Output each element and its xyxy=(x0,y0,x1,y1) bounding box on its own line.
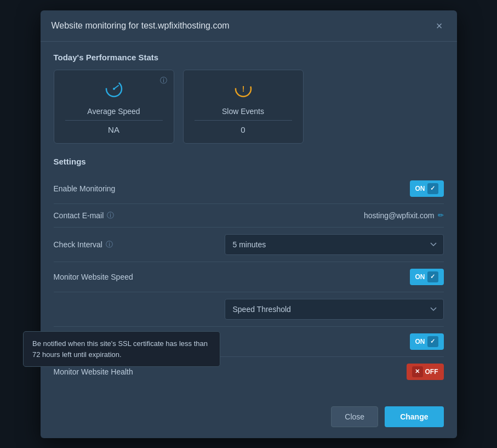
monitor-speed-toggle[interactable]: ON ✓ xyxy=(410,269,444,285)
slow-events-card: ! Slow Events 0 xyxy=(183,70,304,144)
modal-dialog: Website monitoring for test.wpfixithosti… xyxy=(41,10,457,438)
modal-title: Website monitoring for test.wpfixithosti… xyxy=(52,21,230,31)
svg-text:!: ! xyxy=(242,84,244,93)
monitor-health-control: ✕ OFF xyxy=(407,364,444,380)
slow-events-icon: ! xyxy=(195,79,292,103)
monitor-speed-row: Monitor Website Speed ON ✓ xyxy=(54,262,444,292)
modal-footer: Close Change xyxy=(41,398,457,438)
toggle-on-label: ON xyxy=(415,338,425,345)
stats-row: ⓘ Average Speed NA ! xyxy=(54,70,444,144)
check-ssl-control: ON ✓ xyxy=(410,333,444,350)
monitor-health-label: Monitor Website Health xyxy=(54,367,133,376)
check-interval-dropdown[interactable]: 1 minute 5 minutes 10 minutes 15 minutes… xyxy=(225,234,444,255)
contact-email-info-icon[interactable]: ⓘ xyxy=(107,211,114,220)
enable-monitoring-toggle[interactable]: ON ✓ xyxy=(410,180,444,197)
contact-email-row: Contact E-mail ⓘ hosting@wpfixit.com ✏ xyxy=(54,204,444,228)
ssl-tooltip: Be notified when this site's SSL certifi… xyxy=(23,331,220,367)
modal-header: Website monitoring for test.wpfixithosti… xyxy=(41,10,457,42)
monitor-speed-label: Monitor Website Speed xyxy=(54,273,133,281)
check-ssl-toggle[interactable]: ON ✓ xyxy=(410,333,444,350)
contact-email-label: Contact E-mail ⓘ xyxy=(54,211,115,220)
toggle-check-icon: ✓ xyxy=(427,183,438,194)
performance-section-title: Today's Performance Stats xyxy=(54,53,444,62)
speed-threshold-control: Speed Threshold 1 second 2 seconds 3 sec… xyxy=(225,299,444,320)
svg-point-2 xyxy=(113,88,115,90)
check-interval-control: 1 minute 5 minutes 10 minutes 15 minutes… xyxy=(225,234,444,255)
average-speed-value: NA xyxy=(65,125,163,134)
check-interval-row: Check Interval ⓘ 1 minute 5 minutes 10 m… xyxy=(54,228,444,262)
enable-monitoring-label: Enable Monitoring xyxy=(54,184,116,193)
toggle-check-icon: ✓ xyxy=(427,336,438,347)
info-icon[interactable]: ⓘ xyxy=(160,76,167,86)
enable-monitoring-row: Enable Monitoring ON ✓ xyxy=(54,174,444,204)
ssl-tooltip-text: Be notified when this site's SSL certifi… xyxy=(32,339,208,359)
email-edit-icon[interactable]: ✏ xyxy=(438,211,444,219)
close-button[interactable]: Close xyxy=(331,406,378,427)
speed-threshold-dropdown[interactable]: Speed Threshold 1 second 2 seconds 3 sec… xyxy=(225,299,444,320)
average-speed-card: ⓘ Average Speed NA xyxy=(54,70,174,144)
check-interval-info-icon[interactable]: ⓘ xyxy=(106,240,113,249)
settings-section-title: Settings xyxy=(54,157,444,166)
toggle-check-icon: ✓ xyxy=(427,271,438,282)
slow-events-value: 0 xyxy=(195,125,292,134)
monitor-health-toggle[interactable]: ✕ OFF xyxy=(407,364,444,380)
check-interval-label: Check Interval ⓘ xyxy=(54,240,113,249)
toggle-on-label: ON xyxy=(415,185,425,192)
enable-monitoring-control: ON ✓ xyxy=(410,180,444,197)
speed-threshold-row: Speed Threshold 1 second 2 seconds 3 sec… xyxy=(54,292,444,327)
contact-email-value: hosting@wpfixit.com ✏ xyxy=(364,211,444,220)
slow-events-label: Slow Events xyxy=(195,107,292,121)
modal-close-button[interactable]: × xyxy=(433,19,446,32)
average-speed-label: Average Speed xyxy=(65,107,163,121)
toggle-off-label: OFF xyxy=(425,368,438,376)
monitor-speed-control: ON ✓ xyxy=(410,269,444,285)
toggle-on-label: ON xyxy=(415,273,425,281)
toggle-x-icon: ✕ xyxy=(412,366,423,377)
change-button[interactable]: Change xyxy=(385,406,443,427)
speed-icon xyxy=(65,79,163,103)
